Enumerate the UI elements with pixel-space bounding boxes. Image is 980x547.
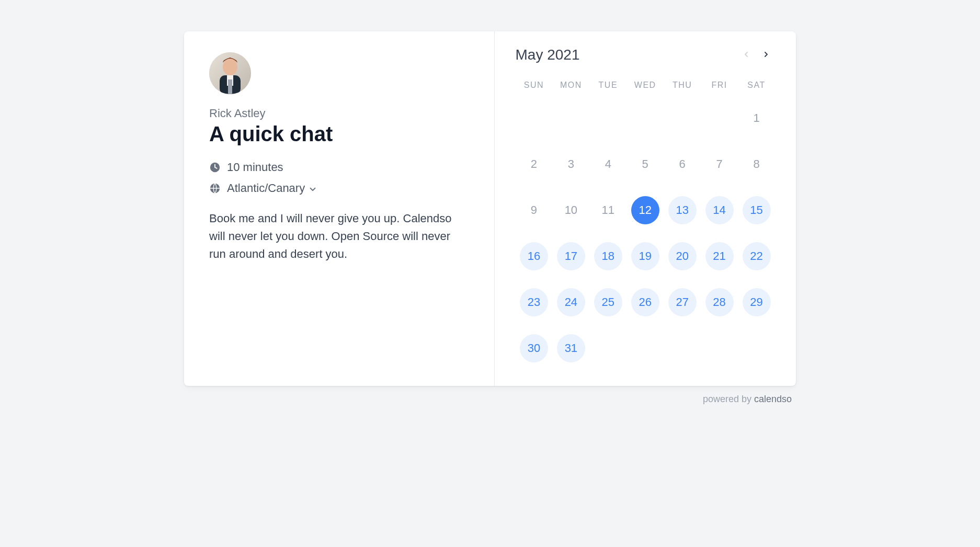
clock-icon [209,162,221,173]
calendar-day[interactable]: 31 [557,334,585,362]
duration-text: 10 minutes [227,161,283,174]
weekday-label: THU [664,75,701,95]
calendar-day-cell [626,101,664,135]
calendar-day-cell: 13 [664,193,701,227]
calendar-day-cell: 21 [701,240,738,273]
chevron-down-icon [308,184,317,193]
calendar-day-cell: 9 [516,193,553,227]
powered-by-footer: powered by calendso [703,394,792,405]
calendar-day[interactable]: 19 [631,242,659,270]
calendar-panel: May 2021 SUNMONTUEWEDTHUFRISAT 123456789… [495,31,796,386]
weekday-label: WED [626,75,664,95]
calendar-day: 6 [668,150,697,178]
globe-icon [209,183,221,194]
calendar-day-cell: 10 [552,193,589,227]
calendar-day: 2 [520,150,548,178]
event-info-panel: Rick Astley A quick chat 10 minutes Atla… [184,31,495,386]
svg-point-1 [223,59,237,75]
calendar-day-cell: 30 [516,332,553,365]
calendar-day-cell: 24 [552,286,589,319]
event-description: Book me and I will never give you up. Ca… [209,210,455,263]
calendar-day-cell: 18 [589,240,626,273]
calendar-day-cell: 31 [552,332,589,365]
calendar-day[interactable]: 23 [520,288,548,316]
calendar-day[interactable]: 13 [668,196,697,224]
calendar-day-cell [516,101,553,135]
calendar-day-cell: 19 [626,240,664,273]
calendar-day[interactable]: 14 [705,196,734,224]
calendar-day[interactable]: 12 [631,196,659,224]
calendar-day[interactable]: 16 [520,242,548,270]
calendar-days-grid: 1234567891011121314151617181920212223242… [516,101,776,365]
calendar-day-cell: 25 [589,286,626,319]
weekday-label: FRI [701,75,738,95]
calendar-day-cell: 6 [664,147,701,181]
calendar-day-cell: 8 [738,147,775,181]
calendar-day-cell: 23 [516,286,553,319]
calendar-day-cell: 15 [738,193,775,227]
calendar-day-cell [589,101,626,135]
calendar-day: 3 [557,150,585,178]
calendar-day-cell: 14 [701,193,738,227]
svg-rect-4 [228,79,232,94]
calendar-day-cell: 29 [738,286,775,319]
calendar-day: 5 [631,150,659,178]
calendar-day-cell: 16 [516,240,553,273]
calendar-day-cell [701,101,738,135]
calendar-day-cell [664,101,701,135]
calendar-day[interactable]: 27 [668,288,697,316]
calendar-day-cell: 26 [626,286,664,319]
calendar-day[interactable]: 24 [557,288,585,316]
weekday-label: SAT [738,75,775,95]
calendar-day[interactable]: 26 [631,288,659,316]
calendar-day[interactable]: 25 [594,288,622,316]
calendar-day: 4 [594,150,622,178]
host-avatar [209,52,251,94]
chevron-right-icon [762,50,770,60]
calendar-day[interactable]: 21 [705,242,734,270]
footer-brand: calendso [754,394,792,404]
calendar-day: 9 [520,196,548,224]
calendar-day: 7 [705,150,734,178]
next-month-button[interactable] [757,46,775,64]
calendar-day: 1 [743,104,771,132]
duration-row: 10 minutes [209,161,469,174]
calendar-day-cell: 20 [664,240,701,273]
calendar-day: 10 [557,196,585,224]
booking-card: Rick Astley A quick chat 10 minutes Atla… [184,31,796,386]
timezone-selector[interactable]: Atlantic/Canary [209,181,469,195]
weekday-label: TUE [589,75,626,95]
calendar-day-cell [552,101,589,135]
calendar-day[interactable]: 15 [743,196,771,224]
calendar-month-label: May 2021 [516,47,580,63]
calendar-day-cell: 12 [626,193,664,227]
calendar-day-cell: 28 [701,286,738,319]
chevron-left-icon [742,50,750,60]
calendar-day-cell: 1 [738,101,775,135]
calendar-day[interactable]: 28 [705,288,734,316]
calendar-day-cell: 27 [664,286,701,319]
calendar-day[interactable]: 29 [743,288,771,316]
calendar-day: 8 [743,150,771,178]
calendar-day-cell: 7 [701,147,738,181]
calendar-day: 11 [594,196,622,224]
calendar-day-cell: 17 [552,240,589,273]
timezone-text: Atlantic/Canary [227,181,305,195]
calendar-day[interactable]: 20 [668,242,697,270]
calendar-day[interactable]: 30 [520,334,548,362]
calendar-day[interactable]: 18 [594,242,622,270]
footer-prefix: powered by [703,394,754,404]
host-name: Rick Astley [209,107,469,120]
calendar-day-cell: 2 [516,147,553,181]
calendar-day-cell: 3 [552,147,589,181]
calendar-day-cell: 5 [626,147,664,181]
calendar-weekdays: SUNMONTUEWEDTHUFRISAT [516,75,776,95]
calendar-day[interactable]: 22 [743,242,771,270]
event-title: A quick chat [209,122,469,146]
prev-month-button[interactable] [737,46,755,64]
calendar-header: May 2021 [516,46,776,64]
calendar-day[interactable]: 17 [557,242,585,270]
calendar-day-cell: 11 [589,193,626,227]
calendar-day-cell: 22 [738,240,775,273]
weekday-label: MON [552,75,589,95]
